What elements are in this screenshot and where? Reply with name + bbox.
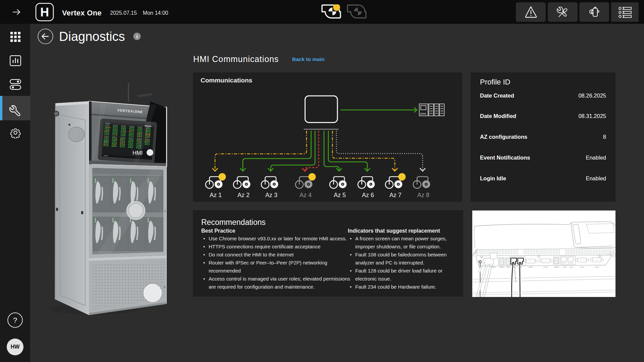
svg-text:Az 4: Az 4 bbox=[300, 192, 312, 198]
svg-text:COM1: COM1 bbox=[528, 266, 533, 268]
svg-text:i: i bbox=[136, 34, 138, 39]
svg-text:Az 2: Az 2 bbox=[237, 192, 250, 198]
svg-text:Az 8: Az 8 bbox=[417, 192, 429, 198]
svg-text:?: ? bbox=[13, 316, 17, 324]
svg-text:USB5/6: USB5/6 bbox=[554, 266, 559, 268]
svg-text:LAN4: LAN4 bbox=[569, 266, 573, 268]
svg-text:USB1/2: USB1/2 bbox=[490, 266, 496, 268]
svg-text:H: H bbox=[40, 5, 49, 19]
svg-text:Az 3: Az 3 bbox=[265, 192, 277, 198]
svg-text:Az 1: Az 1 bbox=[210, 192, 222, 198]
svg-text:LAN3: LAN3 bbox=[563, 266, 567, 268]
svg-text:Az 5: Az 5 bbox=[334, 192, 346, 198]
svg-text:COM3: COM3 bbox=[580, 266, 584, 268]
svg-text:PW: PW bbox=[479, 266, 481, 268]
svg-text:Az 7: Az 7 bbox=[389, 192, 401, 198]
svg-text:LAN2: LAN2 bbox=[518, 266, 522, 268]
svg-text:LAN1: LAN1 bbox=[512, 266, 516, 268]
svg-text:COM2: COM2 bbox=[543, 266, 547, 268]
svg-text:COM4: COM4 bbox=[594, 266, 599, 268]
svg-text:Az 6: Az 6 bbox=[362, 192, 374, 198]
svg-text:USB3/4: USB3/4 bbox=[499, 266, 504, 268]
svg-text:HDMI: HDMI bbox=[506, 266, 510, 268]
